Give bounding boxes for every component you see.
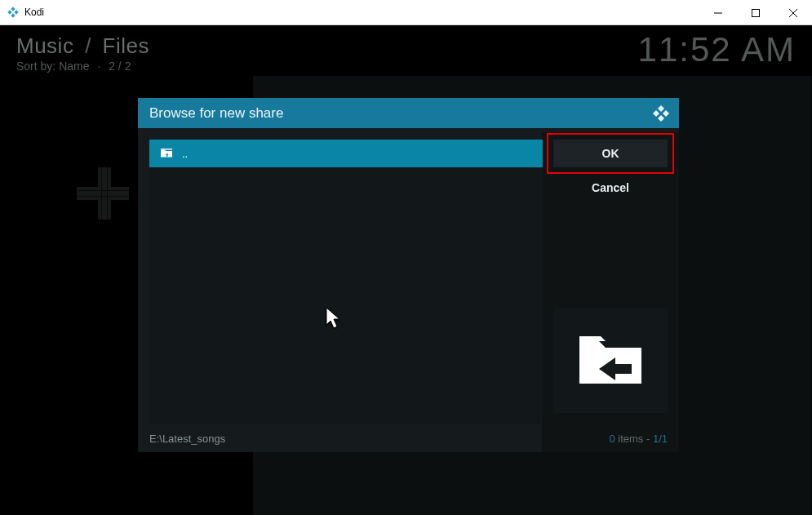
kodi-logo-icon [651,104,671,123]
breadcrumb-segment: Music [16,33,73,58]
breadcrumb: Music / Files [16,33,149,59]
add-source-icon [82,169,131,218]
cancel-button[interactable]: Cancel [553,174,668,202]
ok-button-label: OK [602,147,619,160]
dialog-button-column: OK Cancel [553,140,668,202]
sort-info: Sort by: Name · 2 / 2 [16,60,131,73]
list-item-label: .. [182,148,188,160]
browse-share-dialog: Browse for new share .. [138,98,679,452]
dialog-body: .. OK Cancel [138,128,679,424]
window-titlebar: Kodi [0,0,812,25]
ok-button[interactable]: OK [553,140,668,167]
window-maximize-button[interactable] [737,0,774,25]
breadcrumb-segment: Files [103,33,149,58]
window-minimize-button[interactable] [699,0,737,25]
dialog-header: Browse for new share [138,98,679,128]
sort-counter: 2 / 2 [109,60,131,73]
sort-field: Name [59,60,89,73]
kodi-logo-icon [7,6,20,19]
kodi-viewport: Music / Files Sort by: Name · 2 / 2 11:5… [0,25,812,515]
folder-up-icon [159,147,174,161]
list-item-parent-dir[interactable]: .. [149,140,543,167]
breadcrumb-separator: / [85,33,91,58]
svg-rect-1 [161,149,172,149]
sort-label: Sort by: [16,60,55,73]
dialog-title: Browse for new share [149,105,283,122]
clock: 11:52 AM [638,30,796,69]
sort-separator: · [97,60,100,73]
window-controls [699,0,812,25]
current-path: E:\Latest_songs [149,433,225,445]
file-list[interactable]: .. [149,140,543,424]
svg-rect-0 [752,9,760,16]
preview-thumbnail [553,309,668,413]
window-close-button[interactable] [774,0,812,25]
window-title: Kodi [24,7,44,18]
folder-back-icon [575,330,646,392]
cancel-button-label: Cancel [592,181,629,194]
